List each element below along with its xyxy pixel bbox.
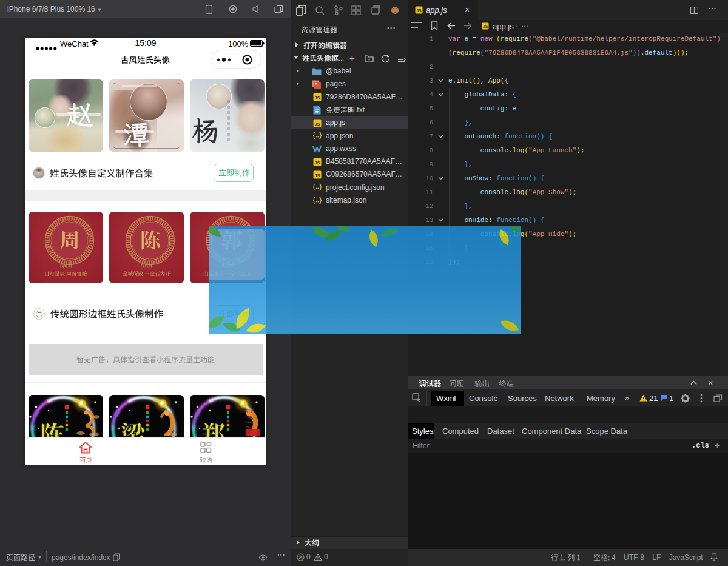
svg-text:JS: JS [483, 24, 488, 29]
svg-text:JS: JS [314, 160, 320, 165]
svg-text:JS: JS [416, 8, 422, 13]
svg-text:JS: JS [314, 173, 320, 178]
svg-text:JS: JS [314, 95, 320, 101]
svg-text:JS: JS [314, 121, 320, 126]
